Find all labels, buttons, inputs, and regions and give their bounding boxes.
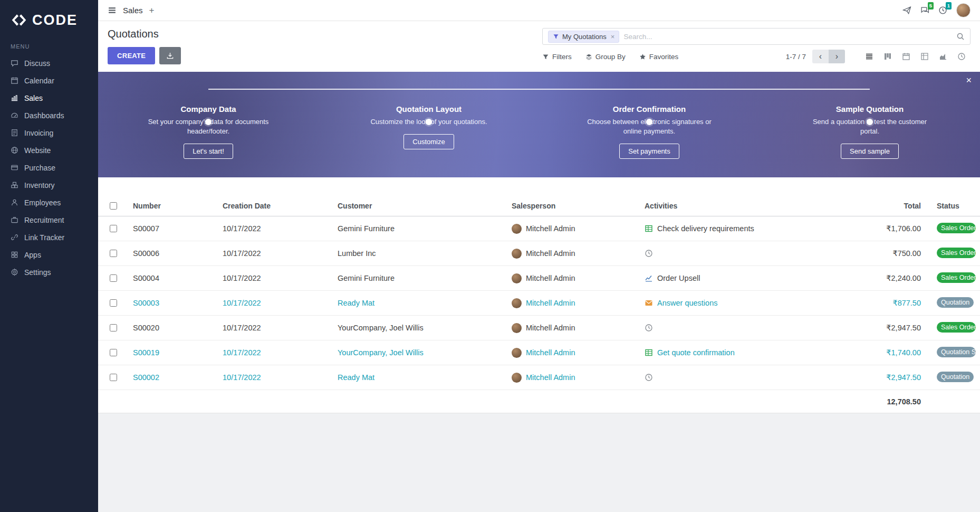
view-switcher-pivot[interactable] (915, 50, 934, 63)
sidebar-item-settings[interactable]: Settings (0, 263, 98, 281)
sidebar-item-invoicing[interactable]: Invoicing (0, 124, 98, 141)
column-header-number[interactable]: Number (129, 202, 218, 210)
table-row-s00004[interactable]: S0000410/17/2022Gemini FurnitureMitchell… (98, 266, 980, 291)
sidebar-item-link-tracker[interactable]: Link Tracker (0, 229, 98, 246)
row-checkbox[interactable] (110, 374, 117, 381)
close-banner-icon[interactable]: × (966, 75, 972, 85)
table-row-s00006[interactable]: S0000610/17/2022Lumber IncMitchell Admin… (98, 241, 980, 266)
sidebar-item-purchase[interactable]: Purchase (0, 159, 98, 176)
messages-badge: 5 (928, 2, 934, 10)
quotation-number[interactable]: S00002 (129, 373, 218, 382)
group-by-label: Group By (595, 53, 626, 61)
app-title[interactable]: Sales (123, 6, 143, 15)
column-header-salesperson[interactable]: Salesperson (507, 202, 640, 210)
row-checkbox[interactable] (110, 274, 117, 282)
clock-icon (645, 373, 653, 382)
table-row-s00019[interactable]: S0001910/17/2022YourCompany, Joel Willis… (98, 340, 980, 365)
hamburger-menu-icon[interactable] (108, 6, 117, 15)
creation-date: 10/17/2022 (218, 224, 333, 233)
row-checkbox[interactable] (110, 250, 117, 257)
favorites-button[interactable]: Favorites (639, 53, 679, 61)
salesperson-name: Mitchell Admin (526, 299, 575, 307)
pagination-info: 1-7 / 7 (786, 53, 806, 61)
view-switcher-activity[interactable] (952, 50, 971, 63)
status-badge: Quotation (937, 372, 974, 382)
onboarding-step-quotation-layout: Quotation LayoutCustomize the look of yo… (319, 105, 539, 177)
search-icon[interactable] (956, 32, 965, 41)
pager-previous-button[interactable]: ‹ (812, 50, 829, 63)
control-panel-left: Quotations CREATE (108, 28, 181, 64)
sidebar-item-recruitment[interactable]: Recruitment (0, 211, 98, 229)
sidebar-item-label: Settings (24, 268, 51, 277)
activities-badge: 1 (946, 2, 952, 10)
discuss-icon (11, 59, 18, 67)
table-row-s00020[interactable]: S0002010/17/2022YourCompany, Joel Willis… (98, 316, 980, 340)
sidebar-item-sales[interactable]: Sales (0, 89, 98, 107)
sidebar-item-calendar[interactable]: Calendar (0, 72, 98, 89)
row-checkbox[interactable] (110, 299, 117, 307)
messages-button[interactable]: 5 (920, 6, 929, 15)
step-action-button[interactable]: Let's start! (184, 144, 233, 159)
sidebar-item-apps[interactable]: Apps (0, 246, 98, 263)
sidebar-item-label: Dashboards (24, 111, 64, 120)
remove-facet-icon[interactable]: × (611, 33, 615, 41)
step-action-button[interactable]: Customize (403, 134, 454, 149)
graph-view-icon (939, 52, 947, 61)
view-switcher-graph[interactable] (934, 50, 952, 63)
quotation-number[interactable]: S00019 (129, 348, 218, 357)
table-row-s00007[interactable]: S0000710/17/2022Gemini FurnitureMitchell… (98, 216, 980, 241)
table-row-s00003[interactable]: S0000310/17/2022Ready MatMitchell AdminA… (98, 291, 980, 316)
paper-plane-icon[interactable] (902, 6, 911, 15)
quotation-number[interactable]: S00007 (129, 224, 218, 233)
activities-button[interactable]: 1 (938, 6, 947, 15)
menu-section-label: MENU (0, 37, 98, 54)
step-action-button[interactable]: Set payments (619, 144, 679, 159)
activity-label: Check delivery requirements (657, 224, 754, 233)
step-action-button[interactable]: Send sample (841, 144, 899, 159)
column-header-activities[interactable]: Activities (640, 202, 846, 210)
sidebar-item-inventory[interactable]: Inventory (0, 176, 98, 194)
total-amount: ₹1,740.00 (846, 348, 925, 357)
user-avatar[interactable] (956, 3, 971, 17)
select-all-checkbox[interactable] (110, 202, 117, 210)
search-facet[interactable]: My Quotations × (548, 31, 619, 43)
export-button[interactable] (159, 47, 181, 64)
sidebar-item-discuss[interactable]: Discuss (0, 54, 98, 72)
sidebar-item-website[interactable]: Website (0, 141, 98, 159)
sidebar-item-label: Employees (24, 198, 61, 207)
table-row-s00002[interactable]: S0000210/17/2022Ready MatMitchell Admin₹… (98, 365, 980, 390)
filters-button[interactable]: Filters (542, 53, 572, 61)
website-icon (11, 146, 18, 154)
column-header-customer[interactable]: Customer (333, 202, 507, 210)
topbar: Sales + 5 1 (98, 0, 980, 21)
brand-logo[interactable]: CODE (0, 0, 98, 37)
add-tab-icon[interactable]: + (149, 5, 155, 16)
quotation-number[interactable]: S00004 (129, 274, 218, 282)
app-root: CODE MENU DiscussCalendarSalesDashboards… (0, 0, 980, 512)
sidebar-item-employees[interactable]: Employees (0, 194, 98, 211)
column-header-total[interactable]: Total (846, 202, 925, 210)
view-switcher-list[interactable] (860, 50, 878, 63)
group-by-button[interactable]: Group By (585, 53, 626, 61)
quotation-number[interactable]: S00006 (129, 249, 218, 258)
step-title: Company Data (98, 105, 319, 113)
sidebar-item-dashboards[interactable]: Dashboards (0, 107, 98, 124)
link-icon (11, 233, 18, 241)
view-switcher-calendar[interactable] (897, 50, 915, 63)
kanban-view-icon (883, 52, 892, 61)
column-header-creation-date[interactable]: Creation Date (218, 202, 333, 210)
create-button[interactable]: CREATE (108, 47, 155, 64)
filter-icon (553, 33, 559, 40)
row-checkbox[interactable] (110, 349, 117, 356)
quotation-number[interactable]: S00003 (129, 299, 218, 307)
search-input[interactable] (623, 33, 952, 41)
column-header-status[interactable]: Status (925, 202, 980, 210)
view-switcher-kanban[interactable] (878, 50, 897, 63)
sidebar-item-label: Recruitment (24, 216, 64, 224)
table-footer: 12,708.50 (98, 390, 980, 413)
row-checkbox[interactable] (110, 324, 117, 331)
row-checkbox[interactable] (110, 225, 117, 232)
quotation-number[interactable]: S00020 (129, 324, 218, 332)
search-bar[interactable]: My Quotations × (542, 28, 971, 45)
pager-next-button[interactable]: › (829, 50, 845, 63)
